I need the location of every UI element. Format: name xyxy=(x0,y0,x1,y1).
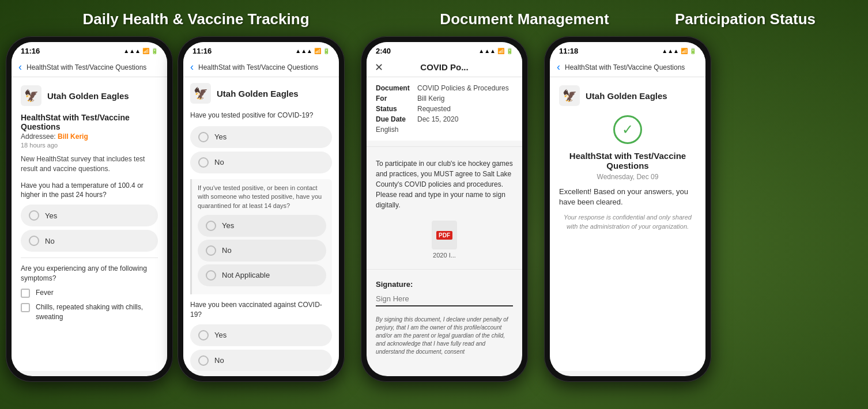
doc-header: ✕ COVID Po... xyxy=(367,58,522,77)
phone-1-status-bar: 11:16 ▲▲▲ 📶 🔋 xyxy=(12,42,167,58)
check-icon: ✓ xyxy=(622,122,633,138)
status-val: Requested xyxy=(417,105,451,113)
radio-yes-1[interactable]: Yes xyxy=(21,204,158,226)
phone-3: 2:40 ▲▲▲ 📶 🔋 ✕ COVID Po... Document COVI… xyxy=(361,36,528,382)
battery-icon-2: 🔋 xyxy=(323,48,330,54)
org-name-1: Utah Golden Eagles xyxy=(47,91,129,101)
pdf-icon: PDF xyxy=(432,221,457,249)
radio-covid-no[interactable]: No xyxy=(190,152,332,173)
radio-covid-yes[interactable]: Yes xyxy=(190,126,332,148)
signal-icon-4: ▲▲▲ xyxy=(662,48,679,54)
sections-header: Daily Health & Vaccine Tracking Document… xyxy=(0,0,868,34)
radio-label-covid-yes: Yes xyxy=(214,132,227,141)
for-label: For xyxy=(376,94,417,103)
radio-circle-no-1 xyxy=(29,236,39,246)
radio-vax-yes[interactable]: Yes xyxy=(190,324,332,346)
section-title-daily: Daily Health & Vaccine Tracking xyxy=(82,10,309,28)
phone-4-content: 🦅 Utah Golden Eagles ✓ HealthStat with T… xyxy=(550,77,705,371)
close-icon[interactable]: ✕ xyxy=(375,61,383,74)
addressee-name-1: Bill Kerig xyxy=(58,132,88,141)
radio-circle-cond-yes xyxy=(206,221,216,231)
phone-4-status-bar: 11:18 ▲▲▲ 📶 🔋 xyxy=(550,42,705,58)
covid-q1-text: Have you tested positive for COVID-19? xyxy=(190,111,332,120)
signal-icon: ▲▲▲ xyxy=(123,48,141,54)
phone-2-status-bar: 11:16 ▲▲▲ 📶 🔋 xyxy=(183,42,339,58)
symptom-fever: Fever xyxy=(36,288,54,298)
phone-1-nav-title: HealthStat with Test/Vaccine Questions xyxy=(27,63,146,71)
org-name-4: Utah Golden Eagles xyxy=(586,91,667,101)
phone-2-time: 11:16 xyxy=(193,47,212,55)
radio-label-covid-no: No xyxy=(214,158,224,166)
phone-4-nav[interactable]: ‹ HealthStat with Test/Vaccine Questions xyxy=(550,58,705,77)
phone-1-nav[interactable]: ‹ HealthStat with Test/Vaccine Questions xyxy=(12,58,167,77)
divider-1 xyxy=(21,257,158,258)
phone-2-status-icons: ▲▲▲ 📶 🔋 xyxy=(295,48,330,54)
survey-title-1: HealthStat with Test/Vaccine Questions xyxy=(21,113,158,131)
signature-label: Signature: xyxy=(376,280,513,289)
phone-4: 11:18 ▲▲▲ 📶 🔋 ‹ HealthStat with Test/Vac… xyxy=(544,36,711,382)
pdf-attachment[interactable]: PDF 2020 I... xyxy=(367,216,522,263)
phone-3-status-bar: 2:40 ▲▲▲ 📶 🔋 xyxy=(367,42,522,58)
wifi-icon-3: 📶 xyxy=(497,48,504,54)
radio-circle-covid-yes xyxy=(198,132,209,142)
doc-val: COVID Policies & Procedures xyxy=(417,84,509,92)
doc-meta-for: For Bill Kerig xyxy=(376,94,513,103)
radio-cond-yes[interactable]: Yes xyxy=(198,215,326,237)
battery-icon-4: 🔋 xyxy=(689,48,696,54)
radio-circle-cond-na xyxy=(206,270,216,281)
doc-meta-due: Due Date Dec 15, 2020 xyxy=(376,115,513,123)
checkbox-sq-fever xyxy=(21,289,30,298)
radio-label-no-1: No xyxy=(45,237,55,245)
phone-4-screen: 11:18 ▲▲▲ 📶 🔋 ‹ HealthStat with Test/Vac… xyxy=(550,42,705,376)
radio-cond-na[interactable]: Not Applicable xyxy=(198,264,326,286)
section-title-doc: Document Management xyxy=(440,10,609,28)
radio-label-cond-no: No xyxy=(222,246,232,255)
question-2-text: Are you experiencing any of the followin… xyxy=(21,264,158,283)
conditional-text: If you've tested positive, or been in co… xyxy=(198,184,326,210)
signature-input[interactable] xyxy=(376,292,513,306)
radio-label-cond-yes: Yes xyxy=(222,221,234,230)
cleared-message: Excellent! Based on your answers, you ha… xyxy=(559,187,696,207)
radio-label-vax-yes: Yes xyxy=(214,331,227,339)
back-arrow-icon-4[interactable]: ‹ xyxy=(557,61,560,73)
radio-cond-no[interactable]: No xyxy=(198,240,326,262)
back-arrow-icon-2[interactable]: ‹ xyxy=(190,61,194,73)
radio-vax-no[interactable]: No xyxy=(190,350,332,371)
radio-label-cond-na: Not Applicable xyxy=(222,271,270,279)
pdf-label: 2020 I... xyxy=(433,252,456,259)
wifi-icon-2: 📶 xyxy=(314,48,321,54)
phone-4-time: 11:18 xyxy=(559,47,578,55)
phone-1-time: 11:16 xyxy=(21,47,40,55)
checkbox-fever[interactable]: Fever xyxy=(21,288,158,298)
back-arrow-icon[interactable]: ‹ xyxy=(18,61,22,73)
cleared-title: HealthStat with Test/Vaccine Questions xyxy=(559,151,696,171)
phone-2: 11:16 ▲▲▲ 📶 🔋 ‹ HealthStat with Test/Vac… xyxy=(178,36,345,382)
radio-circle-cond-no xyxy=(206,245,216,256)
phone-1-screen: 11:16 ▲▲▲ 📶 🔋 ‹ HealthStat with Test/Vac… xyxy=(12,42,167,376)
org-name-2: Utah Golden Eagles xyxy=(217,89,299,99)
phone-2-nav[interactable]: ‹ HealthStat with Test/Vaccine Questions xyxy=(183,58,339,77)
radio-circle-vax-no xyxy=(198,355,209,366)
cleared-check-circle: ✓ xyxy=(613,115,642,144)
radio-label-yes-1: Yes xyxy=(45,211,57,220)
signal-icon-3: ▲▲▲ xyxy=(478,48,496,54)
checkbox-chills[interactable]: Chills, repeated shaking with chills, sw… xyxy=(21,302,158,322)
org-logo-4: 🦅 xyxy=(559,85,580,106)
phones-row: 11:16 ▲▲▲ 📶 🔋 ‹ HealthStat with Test/Vac… xyxy=(0,34,868,382)
divider-doc xyxy=(367,146,522,147)
radio-circle-covid-no xyxy=(198,157,209,168)
phone-3-screen: 2:40 ▲▲▲ 📶 🔋 ✕ COVID Po... Document COVI… xyxy=(367,42,522,376)
wifi-icon: 📶 xyxy=(142,48,149,54)
org-header-1: 🦅 Utah Golden Eagles xyxy=(21,85,158,106)
due-label: Due Date xyxy=(376,115,417,123)
doc-lang: English xyxy=(376,126,513,134)
divider-doc-2 xyxy=(367,269,522,270)
symptom-chills: Chills, repeated shaking with chills, sw… xyxy=(36,302,158,322)
wifi-icon-4: 📶 xyxy=(681,48,688,54)
radio-no-1[interactable]: No xyxy=(21,230,158,252)
confidential-note: Your response is confidential and only s… xyxy=(559,213,696,231)
due-val: Dec 15, 2020 xyxy=(417,115,458,123)
for-val: Bill Kerig xyxy=(417,94,444,103)
phone-2-nav-title: HealthStat with Test/Vaccine Questions xyxy=(198,63,318,71)
pdf-icon-label: PDF xyxy=(436,231,452,240)
